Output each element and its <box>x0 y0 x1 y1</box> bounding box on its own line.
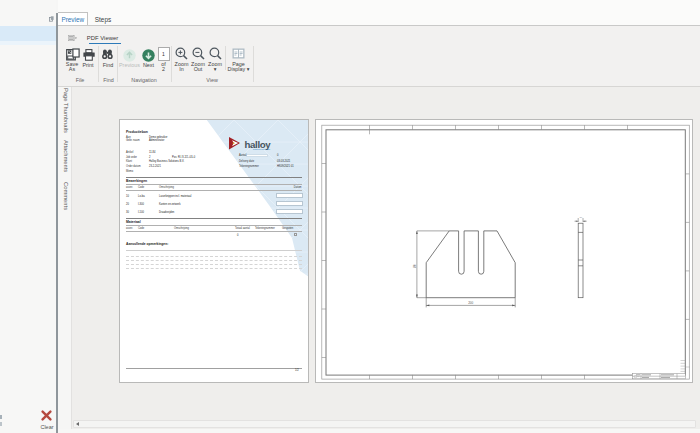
svg-text:200: 200 <box>468 301 473 305</box>
svg-text:business solutions: business solutions <box>253 148 270 150</box>
svg-text:80: 80 <box>412 264 416 268</box>
svg-text:10: 10 <box>579 215 582 218</box>
